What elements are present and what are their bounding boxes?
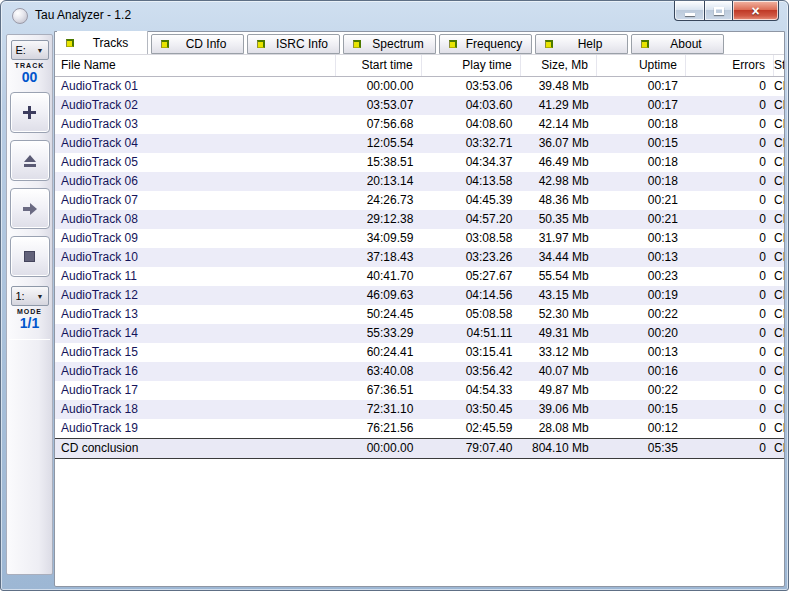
cell-size: 804.10 Mb [520, 439, 596, 458]
table-row[interactable]: AudioTrack 1976:21.5602:45.5928.08 Mb00:… [55, 419, 784, 438]
cell-uptime: 00:18 [597, 153, 686, 172]
table-row[interactable]: AudioTrack 0829:12.3804:57.2050.35 Mb00:… [55, 210, 784, 229]
table-row[interactable]: AudioTrack 0620:13.1404:13.5842.98 Mb00:… [55, 172, 784, 191]
cell-start: 40:41.70 [335, 267, 421, 286]
drive-select-value: E: [16, 44, 26, 56]
main-panel: TracksCD InfoISRC InfoSpectrumFrequencyH… [54, 31, 785, 587]
drive-select[interactable]: E: ▼ [11, 40, 49, 60]
cell-size: 46.49 Mb [520, 153, 596, 172]
cell-play: 03:08.58 [421, 229, 520, 248]
cell-status: CDDA [774, 248, 784, 267]
mode-value: 1/1 [7, 315, 52, 331]
window-title: Tau Analyzer - 1.2 [35, 8, 131, 22]
cell-uptime: 00:16 [597, 362, 686, 381]
tab-about[interactable]: About [631, 34, 724, 54]
cell-status: CDDA [774, 400, 784, 419]
cell-start: 00:00.00 [335, 77, 421, 96]
cell-size: 43.15 Mb [520, 286, 596, 305]
add-track-button[interactable] [10, 92, 50, 133]
column-header-status[interactable]: Status [773, 55, 784, 76]
tab-frequency[interactable]: Frequency [439, 34, 532, 54]
cell-play: 79:07.40 [421, 439, 520, 458]
stop-button[interactable] [10, 236, 50, 277]
column-header-start[interactable]: Start time [335, 55, 421, 76]
tab-label: Help [553, 37, 627, 51]
tab-tracks[interactable]: Tracks [57, 31, 148, 54]
table-row[interactable]: AudioTrack 1663:40.0803:56.4240.07 Mb00:… [55, 362, 784, 381]
eject-button[interactable] [10, 140, 50, 181]
cell-start: 12:05.54 [335, 134, 421, 153]
cell-uptime: 00:17 [597, 77, 686, 96]
mode-select[interactable]: 1: ▼ [11, 286, 49, 306]
cell-start: 76:21.56 [335, 419, 421, 438]
cell-size: 50.35 Mb [520, 210, 596, 229]
cell-file: AudioTrack 06 [55, 172, 335, 191]
table-row[interactable]: AudioTrack 0203:53.0704:03.6041.29 Mb00:… [55, 96, 784, 115]
table-row[interactable]: AudioTrack 0412:05.5403:32.7136.07 Mb00:… [55, 134, 784, 153]
cell-file: AudioTrack 03 [55, 115, 335, 134]
cell-file: AudioTrack 07 [55, 191, 335, 210]
table-row[interactable]: AudioTrack 0307:56.6804:08.6042.14 Mb00:… [55, 115, 784, 134]
table-row[interactable]: AudioTrack 0724:26.7304:45.3948.36 Mb00:… [55, 191, 784, 210]
column-header-play[interactable]: Play time [421, 55, 520, 76]
tab-spectrum[interactable]: Spectrum [343, 34, 436, 54]
table-row[interactable]: AudioTrack 1246:09.6304:14.5643.15 Mb00:… [55, 286, 784, 305]
cell-size: 41.29 Mb [520, 96, 596, 115]
table-row[interactable]: AudioTrack 1140:41.7005:27.6755.54 Mb00:… [55, 267, 784, 286]
cell-status: CDDA [774, 286, 784, 305]
table-row[interactable]: AudioTrack 1037:18.4303:23.2634.44 Mb00:… [55, 248, 784, 267]
cell-errors: 0 [686, 77, 774, 96]
cell-errors: 0 [686, 305, 774, 324]
tab-label: About [649, 37, 723, 51]
cell-status: CDDA [774, 381, 784, 400]
table-row[interactable]: AudioTrack 0515:38.5104:34.3746.49 Mb00:… [55, 153, 784, 172]
maximize-button[interactable] [704, 1, 733, 21]
column-header-file[interactable]: File Name [55, 55, 335, 76]
tab-label: ISRC Info [265, 37, 339, 51]
cell-play: 04:03.60 [421, 96, 520, 115]
cell-uptime: 00:23 [597, 267, 686, 286]
cell-errors: 0 [686, 172, 774, 191]
column-header-size[interactable]: Size, Mb [520, 55, 596, 76]
cell-file: AudioTrack 10 [55, 248, 335, 267]
table-row[interactable]: AudioTrack 1455:33.2904:51.1149.31 Mb00:… [55, 324, 784, 343]
cell-play: 04:45.39 [421, 191, 520, 210]
minimize-button[interactable] [674, 1, 704, 21]
tab-label: Frequency [457, 37, 531, 51]
cell-start: 55:33.29 [335, 324, 421, 343]
start-scan-button[interactable] [10, 188, 50, 229]
column-header-uptime[interactable]: Uptime [596, 55, 685, 76]
table-row[interactable]: AudioTrack 1560:24.4103:15.4133.12 Mb00:… [55, 343, 784, 362]
title-bar[interactable]: Tau Analyzer - 1.2 × [1, 1, 788, 31]
close-button[interactable]: × [733, 1, 779, 21]
table-row[interactable]: AudioTrack 1872:31.1003:50.4539.06 Mb00:… [55, 400, 784, 419]
cell-uptime: 05:35 [597, 439, 686, 458]
tab-isrc-info[interactable]: ISRC Info [247, 34, 340, 54]
table-row[interactable]: AudioTrack 0100:00.0003:53.0639.48 Mb00:… [55, 77, 784, 96]
cell-play: 04:34.37 [421, 153, 520, 172]
cell-errors: 0 [686, 248, 774, 267]
cell-file: AudioTrack 18 [55, 400, 335, 419]
cell-uptime: 00:22 [597, 305, 686, 324]
table-row[interactable]: AudioTrack 1767:36.5104:54.3349.87 Mb00:… [55, 381, 784, 400]
cell-start: 46:09.63 [335, 286, 421, 305]
cell-uptime: 00:15 [597, 400, 686, 419]
cell-file: AudioTrack 08 [55, 210, 335, 229]
cell-start: 50:24.45 [335, 305, 421, 324]
cell-start: 29:12.38 [335, 210, 421, 229]
cell-start: 34:09.59 [335, 229, 421, 248]
tab-help[interactable]: Help [535, 34, 628, 54]
cell-errors: 0 [686, 381, 774, 400]
cell-errors: 0 [686, 191, 774, 210]
table-row[interactable]: AudioTrack 1350:24.4505:08.5852.30 Mb00:… [55, 305, 784, 324]
cell-uptime: 00:21 [597, 191, 686, 210]
table-row[interactable]: AudioTrack 0934:09.5903:08.5831.97 Mb00:… [55, 229, 784, 248]
column-header-errors[interactable]: Errors [685, 55, 773, 76]
table-row[interactable]: CD conclusion00:00.0079:07.40804.10 Mb05… [55, 438, 784, 459]
cell-size: 39.06 Mb [520, 400, 596, 419]
cell-start: 63:40.08 [335, 362, 421, 381]
cell-status: CDDA [774, 172, 784, 191]
tab-cd-info[interactable]: CD Info [151, 34, 244, 54]
flag-icon [353, 40, 361, 48]
cell-file: AudioTrack 16 [55, 362, 335, 381]
